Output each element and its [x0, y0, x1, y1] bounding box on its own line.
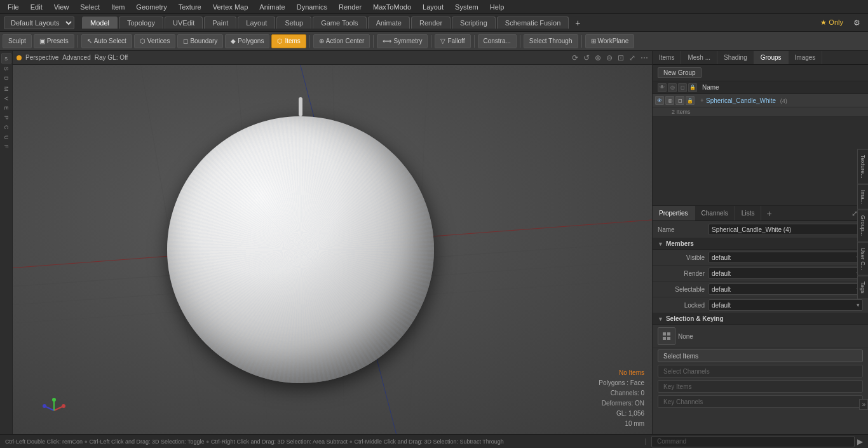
menu-dynamics[interactable]: Dynamics — [292, 2, 332, 12]
left-tool-pol-label[interactable]: P — [3, 116, 10, 119]
more-icon[interactable]: ⋯ — [641, 53, 648, 62]
props-tab-lists[interactable]: Lists — [735, 206, 762, 221]
menu-render[interactable]: Render — [334, 2, 367, 12]
new-group-button[interactable]: New Group — [658, 67, 702, 78]
left-tool-c-label[interactable]: C — [3, 125, 10, 130]
render-col-icon[interactable]: ◎ — [668, 83, 677, 92]
menu-select[interactable]: Select — [75, 2, 105, 12]
locked-select[interactable]: default ▾ — [709, 299, 863, 311]
menu-geometry[interactable]: Geometry — [131, 2, 172, 12]
menu-maxtomode[interactable]: MaxToModo — [368, 2, 416, 12]
tab-schematic[interactable]: Schematic Fusion — [497, 17, 569, 29]
name-field-input[interactable] — [709, 224, 863, 235]
menu-system[interactable]: System — [450, 2, 484, 12]
select-channels-button[interactable]: Select Channels — [658, 365, 863, 377]
panel-expand-chevron[interactable]: » — [859, 399, 868, 410]
tab-uvedit[interactable]: UVEdit — [165, 17, 203, 29]
visible-select[interactable]: default ▾ — [709, 252, 863, 263]
auto-select-button[interactable]: ↖ Auto Select — [81, 34, 132, 48]
rp-tab-items[interactable]: Items — [653, 51, 681, 64]
left-tool-uv-label[interactable]: U — [3, 135, 10, 140]
left-tool-dup-label[interactable]: D — [3, 76, 10, 81]
edge-tab-ima[interactable]: Ima... — [857, 184, 868, 210]
props-tab-add[interactable]: + — [761, 207, 776, 221]
rp-tab-groups[interactable]: Groups — [754, 51, 789, 64]
tab-setup[interactable]: Setup — [276, 17, 311, 29]
select-items-button[interactable]: Select Items — [658, 350, 863, 362]
items-button[interactable]: ⬡ Items — [271, 34, 306, 48]
command-submit-arrow[interactable]: ▶ — [857, 437, 863, 446]
viewport-active-dot[interactable] — [17, 55, 22, 60]
expand-icon[interactable]: ⤢ — [629, 53, 635, 62]
menu-animate[interactable]: Animate — [254, 2, 290, 12]
action-center-button[interactable]: ⊕ Action Center — [313, 34, 370, 48]
tab-animate[interactable]: Animate — [368, 17, 410, 29]
tab-paint[interactable]: Paint — [204, 17, 236, 29]
tab-render[interactable]: Render — [411, 17, 451, 29]
keying-grid-icon[interactable] — [658, 327, 675, 345]
left-tool-ve-label[interactable]: V — [3, 97, 10, 100]
rp-tab-mesh[interactable]: Mesh ... — [681, 51, 717, 64]
polygons-button[interactable]: ◆ Polygons — [225, 34, 269, 48]
boundary-button[interactable]: ◻ Boundary — [177, 34, 223, 48]
gear-icon[interactable]: ⚙ — [850, 17, 864, 29]
select-col-icon[interactable]: ◻ — [678, 83, 687, 92]
presets-button[interactable]: ▣ Presets — [34, 34, 74, 48]
rotate-icon[interactable]: ⟳ — [572, 53, 578, 62]
left-tool-ms-label[interactable]: M — [3, 86, 10, 92]
vertices-button[interactable]: ⬡ Vertices — [134, 34, 176, 48]
key-items-button[interactable]: Key Items — [658, 380, 863, 393]
group-render-icon[interactable]: ◎ — [665, 96, 674, 105]
workplane-button[interactable]: ⊞ WorkPlane — [585, 34, 635, 48]
sync-icon[interactable]: ↺ — [583, 53, 590, 62]
view-mode-label[interactable]: Perspective — [25, 54, 58, 61]
menu-texture[interactable]: Texture — [173, 2, 207, 12]
render-select[interactable]: default ▾ — [709, 268, 863, 279]
menu-help[interactable]: Help — [485, 2, 510, 12]
edge-tab-texture[interactable]: Texture... — [857, 149, 868, 184]
tab-topology[interactable]: Topology — [119, 17, 163, 29]
advanced-label[interactable]: Advanced — [62, 54, 90, 61]
group-expand-icon[interactable]: + — [698, 97, 706, 104]
left-tool-sculpt-label[interactable]: S — [3, 67, 10, 71]
menu-vertex-map[interactable]: Vertex Map — [208, 2, 254, 12]
star-only-label[interactable]: ★ Only — [817, 17, 847, 28]
edge-tab-group[interactable]: Group... — [857, 210, 868, 242]
edge-tab-user-c[interactable]: User C... — [857, 241, 868, 276]
menu-edit[interactable]: Edit — [25, 2, 48, 12]
zoom-out-icon[interactable]: ⊖ — [606, 53, 613, 62]
rp-tab-images[interactable]: Images — [789, 51, 823, 64]
command-input[interactable]: Command — [651, 436, 855, 447]
tab-model[interactable]: Model — [82, 17, 118, 29]
sel-keying-arrow-icon[interactable]: ▼ — [658, 316, 663, 322]
selectable-select[interactable]: default ▾ — [709, 283, 863, 295]
edge-tab-tags[interactable]: Tags — [857, 276, 868, 299]
constraints-button[interactable]: Constra... — [478, 34, 517, 48]
group-list-item[interactable]: 👁 ◎ ◻ 🔒 + Spherical_Candle_White (4) — [653, 94, 868, 107]
menu-file[interactable]: File — [3, 2, 24, 12]
viewport[interactable]: Perspective Advanced Ray GL: Off ⟳ ↺ ⊕ ⊖… — [13, 51, 652, 434]
frame-icon[interactable]: ⊡ — [618, 53, 624, 62]
layout-dropdown[interactable]: Default Layouts — [4, 17, 74, 29]
sculpt-button[interactable]: Sculpt — [3, 34, 32, 48]
key-channels-button[interactable]: Key Channels — [658, 395, 863, 408]
menu-item[interactable]: Item — [106, 2, 130, 12]
falloff-button[interactable]: ▽ Falloff — [435, 34, 470, 48]
rp-tab-shading[interactable]: Shading — [717, 51, 754, 64]
ray-gl-label[interactable]: Ray GL: Off — [95, 54, 128, 61]
viewport-canvas[interactable]: No Items Polygons : Face Channels: 0 Def… — [13, 65, 652, 434]
left-tool-f-label[interactable]: F — [3, 145, 10, 149]
add-layout-button[interactable]: + — [571, 17, 584, 29]
group-lock-icon[interactable]: 🔒 — [686, 96, 695, 105]
props-tab-channels[interactable]: Channels — [695, 206, 735, 221]
group-selectable-icon[interactable]: ◻ — [675, 96, 684, 105]
left-tool-e-label[interactable]: E — [3, 106, 10, 110]
symmetry-button[interactable]: ⟺ Symmetry — [377, 34, 428, 48]
group-visibility-icon[interactable]: 👁 — [655, 96, 664, 105]
left-tool-1[interactable]: S — [1, 53, 11, 64]
eye-col-icon[interactable]: 👁 — [658, 83, 667, 92]
tab-scripting[interactable]: Scripting — [452, 17, 496, 29]
members-arrow-icon[interactable]: ▼ — [658, 241, 663, 247]
select-through-button[interactable]: Select Through — [524, 34, 578, 48]
tab-game-tools[interactable]: Game Tools — [313, 17, 367, 29]
